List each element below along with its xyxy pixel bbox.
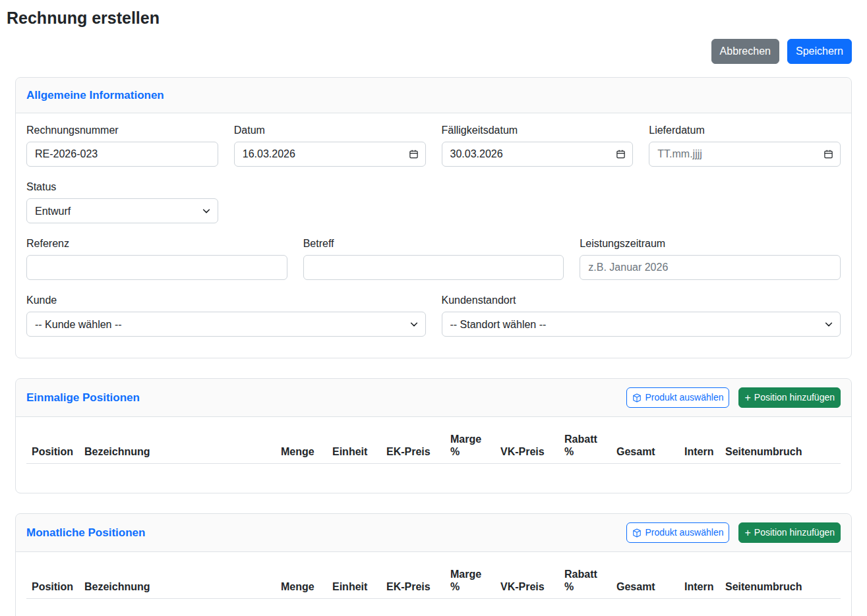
subject-field-group: Betreff xyxy=(303,237,564,280)
due-date-input[interactable] xyxy=(442,142,634,167)
page-title: Rechnung erstellen xyxy=(7,8,867,28)
due-date-field-group: Fälligkeitsdatum xyxy=(442,124,634,167)
cancel-button[interactable]: Abbrechen xyxy=(711,39,779,64)
customer-location-select[interactable]: -- Standort wählen -- xyxy=(442,312,841,337)
column-header: Gesamt xyxy=(611,428,679,464)
select-product-label: Produkt auswählen xyxy=(645,391,723,405)
delivery-date-field-group: Lieferdatum xyxy=(649,124,841,167)
form-row-dates: Rechnungsnummer Datum Fälligkeitsdatum xyxy=(26,124,841,167)
customer-location-label: Kundenstandort xyxy=(442,294,841,306)
calendar-icon[interactable] xyxy=(616,150,626,159)
plus-icon: + xyxy=(744,528,750,538)
add-position-label: Position hinzufügen xyxy=(754,526,835,540)
table-header-row: Position Bezeichnung Menge Einheit EK-Pr… xyxy=(26,428,841,464)
plus-icon: + xyxy=(744,393,750,403)
customer-field-group: Kunde -- Kunde wählen -- xyxy=(26,294,426,337)
column-header: VK-Preis xyxy=(495,428,559,464)
form-row-status: Status Entwurf xyxy=(26,181,841,223)
monthly-positions-body: Position Bezeichnung Menge Einheit EK-Pr… xyxy=(16,552,851,616)
box-icon xyxy=(632,393,642,403)
select-product-button[interactable]: Produkt auswählen xyxy=(626,522,729,543)
general-info-body: Rechnungsnummer Datum Fälligkeitsdatum xyxy=(16,113,851,358)
form-row-reference: Referenz Betreff Leistungszeitraum xyxy=(26,237,841,280)
invoice-number-label: Rechnungsnummer xyxy=(26,124,218,136)
column-header: Rabatt % xyxy=(559,428,611,464)
select-product-label: Produkt auswählen xyxy=(645,526,723,540)
column-header: Intern xyxy=(679,563,720,599)
one-time-positions-table: Position Bezeichnung Menge Einheit EK-Pr… xyxy=(26,428,841,464)
column-header: Menge xyxy=(276,563,327,599)
customer-label: Kunde xyxy=(26,294,426,306)
general-info-card: Allgemeine Informationen Rechnungsnummer… xyxy=(15,77,852,358)
column-header: EK-Preis xyxy=(381,563,445,599)
customer-select[interactable]: -- Kunde wählen -- xyxy=(26,312,426,337)
status-field-group: Status Entwurf xyxy=(26,181,218,223)
date-label: Datum xyxy=(234,124,426,136)
one-time-positions-body: Position Bezeichnung Menge Einheit EK-Pr… xyxy=(16,417,851,493)
invoice-number-input[interactable] xyxy=(26,142,218,167)
one-time-positions-title: Einmalige Positionen xyxy=(26,391,140,405)
invoice-number-field-group: Rechnungsnummer xyxy=(26,124,218,167)
date-input[interactable] xyxy=(234,142,426,167)
status-select[interactable]: Entwurf xyxy=(26,198,218,223)
column-header: Marge % xyxy=(445,563,495,599)
general-info-title: Allgemeine Informationen xyxy=(26,88,841,102)
add-position-button[interactable]: + Position hinzufügen xyxy=(738,387,841,408)
reference-field-group: Referenz xyxy=(26,237,287,280)
service-period-input[interactable] xyxy=(580,255,841,280)
calendar-icon[interactable] xyxy=(409,150,419,159)
reference-input[interactable] xyxy=(26,255,287,280)
column-header: Menge xyxy=(276,428,327,464)
form-row-customer: Kunde -- Kunde wählen -- Kundenstandort … xyxy=(26,294,841,337)
subject-input[interactable] xyxy=(303,255,564,280)
reference-label: Referenz xyxy=(26,237,287,250)
box-icon xyxy=(632,528,642,538)
monthly-positions-header: Monatliche Positionen Produkt auswählen … xyxy=(16,514,851,552)
column-header: Seitenumbruch xyxy=(720,563,841,599)
column-header: Einheit xyxy=(327,428,381,464)
column-header: Bezeichnung xyxy=(79,563,276,599)
customer-location-field-group: Kundenstandort -- Standort wählen -- xyxy=(442,294,841,337)
column-header: EK-Preis xyxy=(381,428,445,464)
monthly-positions-actions: Produkt auswählen + Position hinzufügen xyxy=(626,522,841,543)
service-period-label: Leistungszeitraum xyxy=(580,237,841,250)
select-product-button[interactable]: Produkt auswählen xyxy=(626,387,729,408)
general-info-header: Allgemeine Informationen xyxy=(16,78,851,113)
table-empty-area xyxy=(26,464,841,493)
delivery-date-input[interactable] xyxy=(649,142,841,167)
column-header: VK-Preis xyxy=(495,563,559,599)
save-button[interactable]: Speichern xyxy=(787,39,852,64)
column-header: Position xyxy=(26,563,79,599)
monthly-positions-table: Position Bezeichnung Menge Einheit EK-Pr… xyxy=(26,563,841,599)
one-time-positions-card: Einmalige Positionen Produkt auswählen +… xyxy=(15,378,852,493)
add-position-button[interactable]: + Position hinzufügen xyxy=(738,522,841,543)
monthly-positions-title: Monatliche Positionen xyxy=(26,526,145,540)
calendar-icon[interactable] xyxy=(823,150,833,159)
delivery-date-label: Lieferdatum xyxy=(649,124,841,136)
column-header: Position xyxy=(26,428,79,464)
table-empty-area xyxy=(26,599,841,616)
service-period-field-group: Leistungszeitraum xyxy=(580,237,841,280)
date-field-group: Datum xyxy=(234,124,426,167)
column-header: Rabatt % xyxy=(559,563,611,599)
status-label: Status xyxy=(26,181,218,193)
toolbar: Abbrechen Speichern xyxy=(15,39,852,64)
add-position-label: Position hinzufügen xyxy=(754,391,835,405)
one-time-positions-header: Einmalige Positionen Produkt auswählen +… xyxy=(16,379,851,417)
table-header-row: Position Bezeichnung Menge Einheit EK-Pr… xyxy=(26,563,841,599)
column-header: Seitenumbruch xyxy=(720,428,841,464)
column-header: Gesamt xyxy=(611,563,679,599)
one-time-positions-actions: Produkt auswählen + Position hinzufügen xyxy=(626,387,841,408)
column-header: Marge % xyxy=(445,428,495,464)
subject-label: Betreff xyxy=(303,237,564,250)
column-header: Bezeichnung xyxy=(79,428,276,464)
column-header: Intern xyxy=(679,428,720,464)
monthly-positions-card: Monatliche Positionen Produkt auswählen … xyxy=(15,513,852,616)
column-header: Einheit xyxy=(327,563,381,599)
due-date-label: Fälligkeitsdatum xyxy=(442,124,634,136)
